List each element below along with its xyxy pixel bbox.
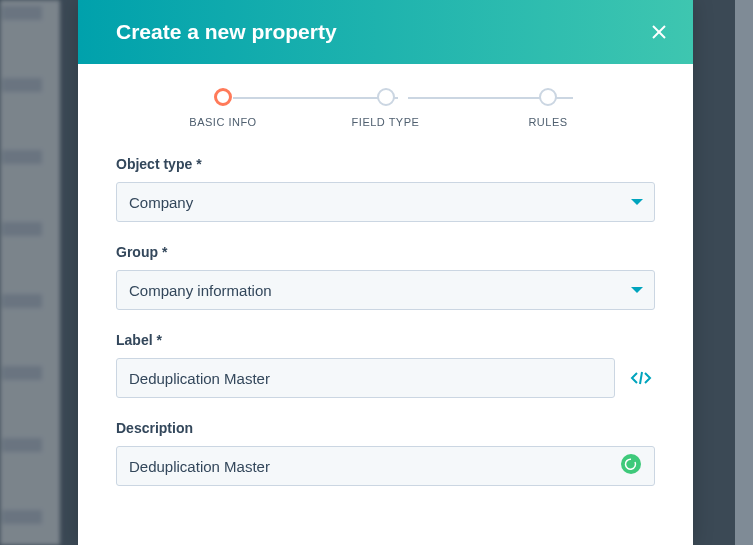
label-input[interactable] [116, 358, 615, 398]
right-edge [735, 0, 753, 545]
close-button[interactable] [647, 20, 671, 44]
modal-title: Create a new property [116, 20, 337, 44]
form-body: Object type * Company Group * Company in… [78, 128, 693, 508]
svg-line-2 [640, 372, 642, 384]
object-type-select[interactable]: Company [116, 182, 655, 222]
group-value: Company information [129, 282, 272, 299]
step-label: FIELD TYPE [352, 116, 420, 128]
step-label: RULES [528, 116, 567, 128]
field-object-type: Object type * Company [116, 156, 655, 222]
chevron-down-icon [631, 199, 643, 205]
step-basic-info[interactable]: BASIC INFO [178, 88, 268, 128]
field-description: Description [116, 420, 655, 486]
step-rules[interactable]: RULES [503, 88, 593, 128]
object-type-value: Company [129, 194, 193, 211]
code-icon [629, 368, 653, 388]
step-circle-icon [214, 88, 232, 106]
close-icon [650, 23, 668, 41]
internal-name-button[interactable] [627, 364, 655, 392]
step-circle-icon [539, 88, 557, 106]
chevron-down-icon [631, 287, 643, 293]
description-label: Description [116, 420, 655, 436]
grammarly-icon[interactable] [621, 454, 641, 474]
step-label: BASIC INFO [189, 116, 256, 128]
field-label: Label * [116, 332, 655, 398]
group-label: Group * [116, 244, 655, 260]
create-property-modal: Create a new property BASIC INFO FIELD T… [78, 0, 693, 545]
object-type-label: Object type * [116, 156, 655, 172]
field-group: Group * Company information [116, 244, 655, 310]
group-select[interactable]: Company information [116, 270, 655, 310]
label-field-label: Label * [116, 332, 655, 348]
description-input[interactable] [116, 446, 655, 486]
modal-header: Create a new property [78, 0, 693, 64]
stepper: BASIC INFO FIELD TYPE RULES [78, 64, 693, 128]
step-circle-icon [377, 88, 395, 106]
step-field-type[interactable]: FIELD TYPE [341, 88, 431, 128]
